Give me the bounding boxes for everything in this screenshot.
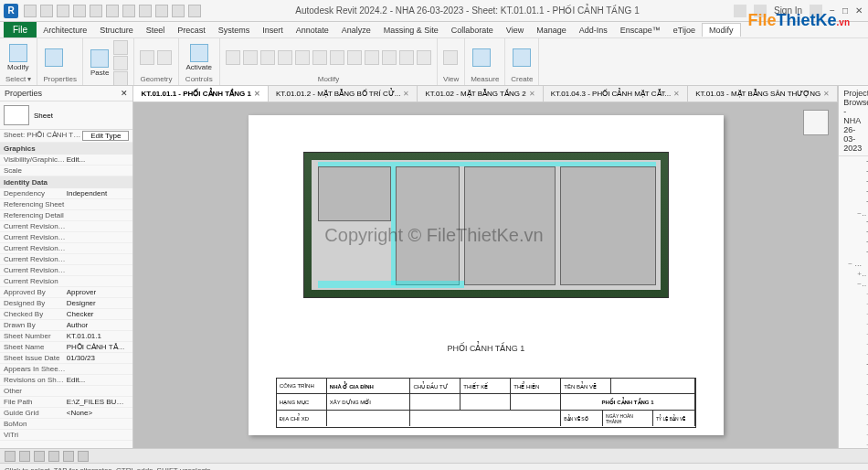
- property-row[interactable]: Designed ByDesigner: [0, 298, 132, 309]
- tree-item[interactable]: Thống kê dầm 2/2: [841, 158, 868, 168]
- tree-item[interactable]: − Thống kê Xà gồ, cầu phong: [841, 208, 866, 219]
- view-tab[interactable]: KT.01.02 - MẶT BẰNG TẦNG 2✕: [418, 86, 543, 101]
- ribbon-tab-insert[interactable]: Insert: [256, 24, 290, 37]
- mirror-button[interactable]: [260, 50, 275, 65]
- property-row[interactable]: Revisions on SheetEdit...: [0, 375, 132, 386]
- property-row[interactable]: Referencing Sheet: [0, 199, 132, 210]
- qat-save-icon[interactable]: [40, 5, 53, 17]
- ribbon-tab-massingsite[interactable]: Massing & Site: [377, 24, 445, 37]
- qat-section-icon[interactable]: [122, 5, 135, 17]
- qat-dropdown-icon[interactable]: [188, 5, 201, 17]
- crop-icon[interactable]: [78, 451, 89, 462]
- view-tab[interactable]: KT.01.04.3 - PHỐI CẢNH MẶT CẮT...✕: [544, 86, 689, 101]
- tree-item[interactable]: + KT.01.01 - MẶT BẰNG TẦNG 1: [841, 349, 868, 359]
- property-row[interactable]: Current Revision Issued By: [0, 232, 132, 243]
- view-tab[interactable]: KT.01.01.2 - MẶT BẰNG BỐ TRÍ CỬ...✕: [269, 86, 418, 101]
- qat-measure-icon[interactable]: [106, 5, 119, 17]
- tree-item[interactable]: + KT.01.01.2 - MẶT BẰNG BỐ TRÍ CỬA T1: [841, 369, 868, 379]
- rotate-button[interactable]: [312, 50, 327, 65]
- close-icon[interactable]: ✕: [855, 5, 863, 16]
- tree-item[interactable]: + BI: [841, 269, 866, 279]
- scale-button[interactable]: [382, 50, 397, 65]
- property-row[interactable]: Approved ByApprover: [0, 287, 132, 298]
- tree-item[interactable]: + KT.01.02 - MẶT BẰNG TẦNG 2: [841, 400, 868, 410]
- scale-icon[interactable]: [5, 451, 16, 462]
- ribbon-tab-architecture[interactable]: Architecture: [37, 24, 93, 37]
- paste-button[interactable]: Paste: [89, 48, 111, 79]
- copy-mod-button[interactable]: [295, 50, 310, 65]
- tree-item[interactable]: + KT.0.01.1 - PHỐI CẢNH MẶT ĐỨNG TRỤC Y: [841, 299, 868, 309]
- tree-item[interactable]: + KT.01.01.1 - PHỐI CẢNH TẦNG 1: [841, 359, 868, 369]
- ribbon-tab-view[interactable]: View: [500, 24, 530, 37]
- array-button[interactable]: [365, 50, 379, 65]
- property-row[interactable]: BoMon: [0, 419, 132, 430]
- tree-item[interactable]: + KT.01.02.1 - PHỐI CẢNH TẦNG 2: [841, 410, 868, 420]
- search-icon[interactable]: [734, 5, 746, 17]
- tree-item[interactable]: + KT.01.01.3 - MB LÁT GẠCH T1: [841, 379, 868, 390]
- copy-button[interactable]: [113, 56, 128, 70]
- property-row[interactable]: Referencing Detail: [0, 210, 132, 221]
- property-row[interactable]: Appears In Sheet List: [0, 364, 132, 375]
- navigation-cube[interactable]: [803, 110, 831, 183]
- ribbon-tab-systems[interactable]: Systems: [212, 24, 257, 37]
- property-row[interactable]: Drawn ByAuthor: [0, 320, 132, 331]
- align-button[interactable]: [226, 50, 240, 65]
- tab-close-icon[interactable]: ✕: [254, 90, 260, 98]
- tab-close-icon[interactable]: ✕: [823, 90, 830, 98]
- properties-close-icon[interactable]: ✕: [121, 89, 128, 98]
- ribbon-tab-collaborate[interactable]: Collaborate: [445, 24, 500, 37]
- tree-item[interactable]: + KT.01.02.2 - MẶT BẰNG BỐ TRÍ CỬA T2: [841, 420, 868, 430]
- tree-item[interactable]: Thống kê ống: [841, 249, 868, 259]
- ribbon-tab-etijoe[interactable]: eTijoe: [667, 24, 702, 37]
- tree-item[interactable]: Thống kê xà gồ, cầu phong 2/2: [841, 229, 868, 239]
- tree-item[interactable]: + KT.01.02.3 - MẶT BẰNG LÁT GẠCH T2: [841, 430, 868, 440]
- property-row[interactable]: Current Revision: [0, 276, 132, 287]
- view-button[interactable]: [443, 50, 458, 65]
- create-button[interactable]: [511, 47, 533, 69]
- property-row[interactable]: File PathE:\Z_FILES BUON BAN\NH...: [0, 397, 132, 408]
- tree-item[interactable]: Thống kê dèn: [841, 239, 868, 249]
- tree-item[interactable]: Thống kê tường: [841, 198, 868, 208]
- property-row[interactable]: Visibility/Graphics Overrid...Edit...: [0, 155, 132, 166]
- tree-item[interactable]: Thống kê trần: [841, 188, 868, 198]
- ribbon-tab-manage[interactable]: Manage: [530, 24, 573, 37]
- tree-item[interactable]: + KT.0.01.04.1 - PHỐI CẢNH MẶT ĐỨNG X8-X…: [841, 339, 868, 349]
- home-icon[interactable]: [803, 110, 829, 135]
- cope-button[interactable]: [140, 50, 154, 65]
- ribbon-tab-modify[interactable]: Modify: [702, 23, 741, 37]
- tree-item[interactable]: + KT.0.01.01 - MẶT ĐỨNG TRỤC Y5-Y1: [841, 289, 868, 299]
- property-row[interactable]: Sheet NumberKT.01.01.1: [0, 331, 132, 342]
- property-row[interactable]: Current Revision Date: [0, 254, 132, 265]
- property-row[interactable]: Other: [0, 386, 132, 397]
- drawing-canvas[interactable]: PHỐI CẢNH TẦNG 1 CÔNG TRÌNH NHÀ Ở GIA ĐÌ…: [133, 102, 838, 448]
- join-button[interactable]: [157, 50, 172, 65]
- tree-item[interactable]: Thống kê xà gồ, cầu phong 1/2: [841, 219, 868, 229]
- edit-type-button[interactable]: Edit Type: [82, 131, 129, 141]
- move-button[interactable]: [278, 50, 292, 65]
- tree-item[interactable]: + KT.0.01.02.1 - PHỐI CẢNH MẶT ĐỨNG X1-X…: [841, 319, 868, 329]
- view-tab[interactable]: KT.01.01.1 - PHỐI CẢNH TẦNG 1✕: [133, 86, 268, 101]
- offset-button[interactable]: [243, 50, 258, 65]
- tab-close-icon[interactable]: ✕: [673, 90, 680, 98]
- tree-item[interactable]: + KT.0.01.02 - MẶT ĐỨNG TRỤC X1-X8: [841, 309, 868, 319]
- match-button[interactable]: [113, 71, 128, 86]
- type-selector[interactable]: Sheet: [34, 112, 53, 120]
- delete-button[interactable]: [417, 50, 431, 65]
- tree-item[interactable]: + KT.0.01.04 - MẶT ĐỨNG TRỤC X8-X1: [841, 329, 868, 339]
- property-row[interactable]: Current Revision Issued To: [0, 243, 132, 254]
- tree-item[interactable]: − KT: [841, 279, 866, 289]
- ribbon-tab-structure[interactable]: Structure: [93, 24, 140, 37]
- detail-icon[interactable]: [19, 451, 30, 462]
- activate-button[interactable]: Activate: [185, 42, 214, 73]
- property-row[interactable]: ViTri: [0, 430, 132, 441]
- qat-thin-icon[interactable]: [139, 5, 152, 17]
- property-row[interactable]: Sheet Issue Date01/30/23: [0, 353, 132, 364]
- properties-button[interactable]: [43, 47, 65, 69]
- tree-item[interactable]: + KT.01.02.4 - MẶT BẰNG DIỆN TÍCH SỬ DỤN…: [841, 440, 868, 448]
- ribbon-tab-addins[interactable]: Add-Ins: [573, 24, 614, 37]
- property-row[interactable]: Guide Grid<None>: [0, 408, 132, 419]
- qat-undo-icon[interactable]: [57, 5, 69, 17]
- property-row[interactable]: Sheet NamePHỐI CẢNH TẦNG 1: [0, 342, 132, 353]
- visual-style-icon[interactable]: [34, 451, 45, 462]
- split-button[interactable]: [347, 50, 362, 65]
